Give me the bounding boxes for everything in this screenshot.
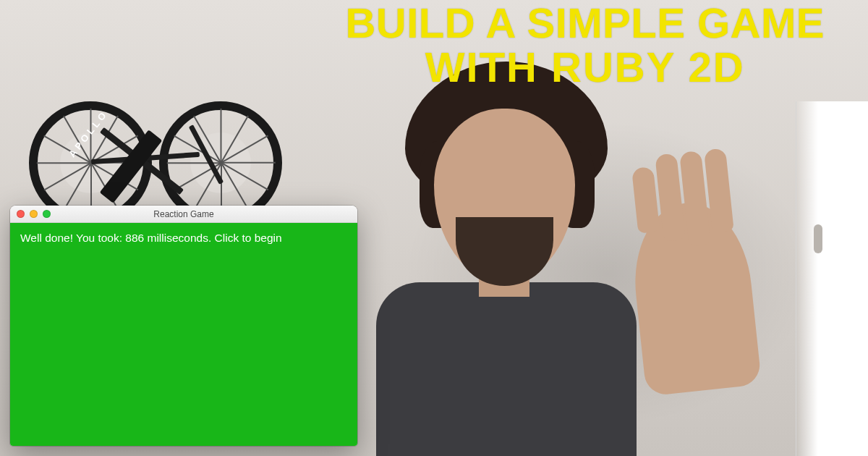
window-titlebar[interactable]: Reaction Game bbox=[10, 206, 357, 223]
wall-bicycle: APOLLO bbox=[43, 43, 260, 232]
game-canvas[interactable]: Well done! You took: 886 milliseconds. C… bbox=[10, 223, 357, 446]
reaction-game-window[interactable]: Reaction Game Well done! You took: 886 m… bbox=[10, 206, 357, 446]
title-line-2: WITH RUBY 2D bbox=[345, 46, 825, 90]
presenter-torso bbox=[376, 282, 637, 456]
thumbnail-title: BUILD A SIMPLE GAME WITH RUBY 2D bbox=[345, 1, 825, 90]
presenter-hand-wave bbox=[627, 197, 762, 396]
game-status-text: Well done! You took: 886 milliseconds. C… bbox=[20, 232, 282, 245]
title-line-1: BUILD A SIMPLE GAME bbox=[345, 1, 825, 46]
video-thumbnail: APOLLO BUILD A SIMPLE GAME WITH RUBY 2D … bbox=[0, 0, 868, 456]
door-handle bbox=[814, 224, 822, 253]
room-door bbox=[796, 101, 868, 456]
window-title: Reaction Game bbox=[10, 209, 357, 219]
